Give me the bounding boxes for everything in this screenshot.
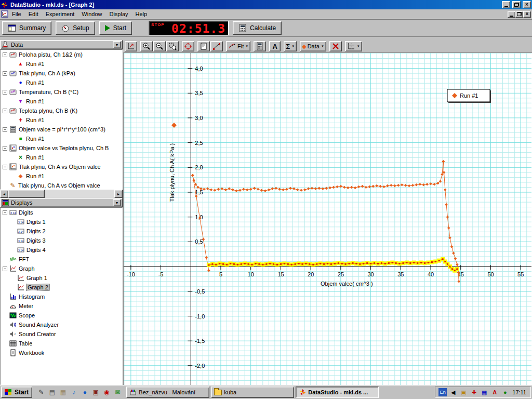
- data-item[interactable]: − Objem valce = pi*r*r*y*100 (cm^3): [1, 125, 122, 134]
- display-item[interactable]: 3.14 Digits 3: [1, 236, 122, 245]
- menu-window[interactable]: Window: [78, 10, 105, 18]
- data-item[interactable]: − Temperature, Ch B (°C): [1, 87, 122, 97]
- collapse-icon[interactable]: −: [3, 267, 7, 271]
- quicklaunch-pen-icon[interactable]: ✎: [36, 388, 46, 397]
- network-icon[interactable]: ▦: [480, 388, 488, 396]
- status-icon[interactable]: ●: [501, 388, 509, 396]
- display-item[interactable]: − Graph: [1, 264, 122, 273]
- close-button[interactable]: ×: [523, 1, 531, 8]
- display-item[interactable]: ♪ Sound Creator: [1, 329, 122, 339]
- scrollbar-thumb[interactable]: [8, 190, 45, 198]
- display-item[interactable]: Meter: [1, 301, 122, 311]
- summary-button[interactable]: Summary: [2, 21, 51, 35]
- slope-tool-button[interactable]: [210, 41, 223, 51]
- restore-button[interactable]: [512, 1, 521, 8]
- start-menu-button[interactable]: Start: [1, 387, 32, 398]
- quicklaunch-calculator-icon[interactable]: ▣: [91, 388, 100, 397]
- data-item[interactable]: ✎ Tlak plynu, Ch A vs Objem valce: [1, 181, 122, 190]
- updater-icon[interactable]: A: [490, 388, 499, 396]
- display-item[interactable]: 3.14 Digits 1: [1, 217, 122, 227]
- collapse-icon[interactable]: −: [3, 109, 7, 113]
- data-panel-header[interactable]: Data ▼: [0, 40, 123, 49]
- child-restore-button[interactable]: [515, 11, 523, 18]
- statistics-button[interactable]: Σ▼: [284, 41, 297, 51]
- scroll-right-icon[interactable]: ►: [114, 190, 123, 198]
- zoom-select-button[interactable]: [166, 41, 179, 51]
- axis-settings-button[interactable]: ▼: [345, 41, 362, 51]
- task-datastudio-button[interactable]: DataStudio - mkl.ds ...: [296, 387, 379, 398]
- run-item[interactable]: ▲ Run #1: [1, 59, 122, 69]
- zoom-out-button[interactable]: [153, 41, 166, 51]
- calculator-tool-button[interactable]: [254, 41, 266, 51]
- display-item[interactable]: 3.14 Digits 4: [1, 245, 122, 255]
- minimize-button[interactable]: [502, 1, 510, 8]
- run-item[interactable]: ■ Run #1: [1, 134, 122, 143]
- data-item[interactable]: − Objem valce vs Teplota plynu, Ch B: [1, 143, 122, 153]
- display-item[interactable]: Graph 1: [1, 273, 122, 283]
- graph-plot-area[interactable]: -10-5510152025303540455055-2,0-1,5-1,0-0…: [124, 53, 531, 385]
- calculate-button[interactable]: Calculate: [233, 21, 282, 35]
- collapse-icon[interactable]: −: [3, 52, 7, 57]
- data-dropdown-button[interactable]: ▼: [113, 41, 121, 48]
- data-item[interactable]: − Poloha pistu, Ch 1&2 (m): [1, 50, 122, 59]
- collapse-icon[interactable]: −: [3, 165, 7, 169]
- data-item[interactable]: − Teplota plynu, Ch B (K): [1, 106, 122, 115]
- quicklaunch-notes-icon[interactable]: ▦: [58, 388, 68, 397]
- menu-file[interactable]: File: [8, 10, 25, 18]
- start-button[interactable]: Start: [99, 21, 132, 35]
- display-item[interactable]: Sound Analyzer: [1, 320, 122, 329]
- run-item[interactable]: × Run #1: [1, 153, 122, 162]
- run-item[interactable]: + Run #1: [1, 115, 122, 125]
- note-tool-button[interactable]: [197, 41, 210, 51]
- graph-canvas[interactable]: -10-5510152025303540455055-2,0-1,5-1,0-0…: [123, 52, 532, 385]
- collapse-icon[interactable]: −: [3, 127, 7, 132]
- run-item[interactable]: ▼ Run #1: [1, 97, 122, 106]
- taskbar-clock[interactable]: 17:11: [511, 389, 527, 395]
- menu-edit[interactable]: Edit: [25, 10, 42, 18]
- menu-experiment[interactable]: Experiment: [42, 10, 78, 18]
- scale-to-fit-button[interactable]: [125, 41, 137, 51]
- displays-panel-header[interactable]: Displays ▼: [0, 198, 123, 207]
- remove-button[interactable]: [329, 41, 342, 51]
- display-item[interactable]: Workbook: [1, 348, 122, 357]
- data-item[interactable]: − Tlak plynu, Ch A vs Objem valce: [1, 162, 122, 171]
- child-minimize-button[interactable]: [508, 11, 515, 18]
- quicklaunch-document-icon[interactable]: ▤: [47, 388, 57, 397]
- display-item[interactable]: FFT: [1, 255, 122, 264]
- collapse-icon[interactable]: −: [3, 71, 7, 76]
- display-item[interactable]: 3.14 Digits 2: [1, 227, 122, 236]
- quicklaunch-globe-icon[interactable]: ●: [80, 388, 89, 397]
- data-tree-scrollbar[interactable]: ◄ ►: [0, 190, 123, 198]
- quicklaunch-mail-icon[interactable]: ✉: [113, 388, 122, 397]
- zoom-in-button[interactable]: [140, 41, 153, 51]
- collapse-icon[interactable]: −: [3, 90, 7, 95]
- fit-menu-button[interactable]: Fit▼: [226, 41, 250, 51]
- antivirus-icon[interactable]: ✚: [470, 388, 478, 396]
- display-item[interactable]: Histogram: [1, 292, 122, 301]
- data-item[interactable]: − Tlak plynu, Ch A (kPa): [1, 69, 122, 78]
- data-menu-button[interactable]: ◆Data▼: [300, 41, 326, 51]
- quicklaunch-music-icon[interactable]: ♪: [69, 388, 78, 397]
- task-folder-button[interactable]: kuba: [211, 387, 294, 398]
- displays-dropdown-button[interactable]: ▼: [113, 199, 121, 206]
- collapse-icon[interactable]: −: [3, 210, 7, 215]
- display-item-selected[interactable]: Graph 2: [1, 283, 122, 292]
- collapse-icon[interactable]: −: [3, 146, 7, 151]
- scheduler-icon[interactable]: ▣: [459, 388, 468, 396]
- run-item[interactable]: ● Run #1: [1, 78, 122, 87]
- display-item[interactable]: Table: [1, 339, 122, 348]
- setup-button[interactable]: Setup: [56, 21, 95, 35]
- volume-icon[interactable]: ◀: [449, 388, 457, 396]
- quicklaunch-media-icon[interactable]: ◉: [102, 388, 111, 397]
- menu-help[interactable]: Help: [132, 10, 151, 18]
- smart-tool-button[interactable]: [182, 41, 194, 51]
- display-item[interactable]: − 3.14 Digits: [1, 208, 122, 217]
- display-item[interactable]: Scope: [1, 311, 122, 320]
- run-item[interactable]: ◆ Run #1: [1, 171, 122, 181]
- child-close-button[interactable]: ×: [523, 11, 531, 18]
- text-tool-button[interactable]: A: [269, 41, 281, 51]
- keyboard-language-indicator[interactable]: En: [438, 388, 447, 396]
- task-paint-button[interactable]: Bez_názvu - Malování: [126, 387, 209, 398]
- menu-display[interactable]: Display: [105, 10, 131, 18]
- scroll-left-icon[interactable]: ◄: [0, 190, 8, 198]
